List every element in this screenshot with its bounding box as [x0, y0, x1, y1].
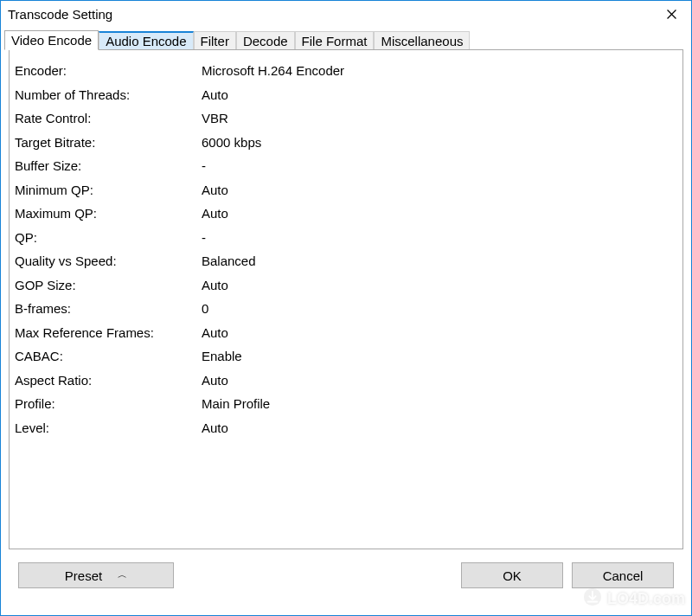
setting-row: QP:-	[15, 226, 677, 250]
tab-label: Decode	[243, 34, 288, 48]
setting-value[interactable]: Auto	[202, 273, 677, 298]
tab-filter[interactable]: Filter	[194, 31, 236, 50]
setting-label: Maximum QP:	[15, 202, 202, 226]
setting-value[interactable]: Enable	[202, 344, 677, 369]
setting-value[interactable]: -	[202, 226, 677, 250]
titlebar: Transcode Setting	[1, 1, 691, 27]
tab-audio-encode[interactable]: Audio Encode	[99, 31, 193, 50]
setting-value[interactable]: 0	[202, 297, 677, 321]
cancel-button[interactable]: Cancel	[572, 562, 674, 588]
footer: Preset ︿ OK Cancel	[1, 549, 691, 601]
tab-miscellaneous[interactable]: Miscellaneous	[374, 31, 470, 50]
tab-label: Video Encode	[11, 33, 92, 48]
settings-table: Encoder:Microsoft H.264 Encoder Number o…	[15, 59, 677, 440]
setting-row: CABAC:Enable	[15, 344, 677, 369]
setting-row: Minimum QP:Auto	[15, 178, 677, 202]
setting-value[interactable]: Auto	[202, 202, 677, 226]
setting-row: Target Bitrate:6000 kbps	[15, 131, 677, 155]
ok-button-label: OK	[503, 568, 522, 583]
setting-row: Max Reference Frames:Auto	[15, 321, 677, 345]
setting-value[interactable]: Auto	[202, 369, 677, 393]
tab-label: Filter	[201, 34, 229, 48]
setting-label: Max Reference Frames:	[15, 321, 202, 345]
window-title: Transcode Setting	[8, 7, 112, 22]
close-icon	[667, 7, 676, 22]
setting-row: Quality vs Speed:Balanced	[15, 249, 677, 273]
setting-row: Profile:Main Profile	[15, 392, 677, 416]
preset-button-label: Preset	[65, 568, 102, 583]
setting-label: QP:	[15, 226, 202, 250]
setting-label: Rate Control:	[15, 106, 202, 131]
cancel-button-label: Cancel	[603, 568, 644, 583]
setting-label: Target Bitrate:	[15, 131, 202, 155]
setting-row: GOP Size:Auto	[15, 273, 677, 298]
setting-value[interactable]: Auto	[202, 178, 677, 202]
setting-label: Aspect Ratio:	[15, 369, 202, 393]
setting-row: Maximum QP:Auto	[15, 202, 677, 226]
window: Transcode Setting Video Encode Audio Enc…	[0, 0, 692, 616]
tab-video-encode[interactable]: Video Encode	[4, 30, 99, 50]
tab-label: Audio Encode	[106, 34, 186, 48]
setting-label: Minimum QP:	[15, 178, 202, 202]
close-button[interactable]	[651, 1, 691, 27]
tab-decode[interactable]: Decode	[236, 31, 295, 50]
setting-row: Level:Auto	[15, 416, 677, 440]
setting-row: B-frames:0	[15, 297, 677, 321]
tab-label: Miscellaneous	[381, 34, 463, 48]
setting-label: Profile:	[15, 392, 202, 416]
setting-label: CABAC:	[15, 344, 202, 369]
setting-value[interactable]: Microsoft H.264 Encoder	[202, 59, 677, 83]
setting-label: Quality vs Speed:	[15, 249, 202, 273]
setting-row: Buffer Size:-	[15, 154, 677, 178]
settings-panel: Encoder:Microsoft H.264 Encoder Number o…	[9, 49, 683, 549]
tab-file-format[interactable]: File Format	[295, 31, 375, 50]
tab-bar: Video Encode Audio Encode Filter Decode …	[1, 27, 691, 49]
setting-row: Aspect Ratio:Auto	[15, 369, 677, 393]
chevron-up-icon: ︿	[118, 570, 127, 580]
setting-value[interactable]: -	[202, 154, 677, 178]
setting-value[interactable]: Balanced	[202, 249, 677, 273]
setting-row: Rate Control:VBR	[15, 106, 677, 131]
tab-label: File Format	[302, 34, 368, 48]
setting-label: Number of Threads:	[15, 83, 202, 107]
setting-value[interactable]: Main Profile	[202, 392, 677, 416]
ok-button[interactable]: OK	[461, 562, 563, 588]
setting-row: Number of Threads:Auto	[15, 83, 677, 107]
setting-label: Encoder:	[15, 59, 202, 83]
setting-value[interactable]: Auto	[202, 83, 677, 107]
setting-label: Level:	[15, 416, 202, 440]
setting-label: B-frames:	[15, 297, 202, 321]
setting-value[interactable]: 6000 kbps	[202, 131, 677, 155]
setting-row: Encoder:Microsoft H.264 Encoder	[15, 59, 677, 83]
setting-value[interactable]: Auto	[202, 416, 677, 440]
setting-value[interactable]: Auto	[202, 321, 677, 345]
setting-value[interactable]: VBR	[202, 106, 677, 131]
setting-label: Buffer Size:	[15, 154, 202, 178]
setting-label: GOP Size:	[15, 273, 202, 298]
preset-button[interactable]: Preset ︿	[18, 562, 174, 588]
